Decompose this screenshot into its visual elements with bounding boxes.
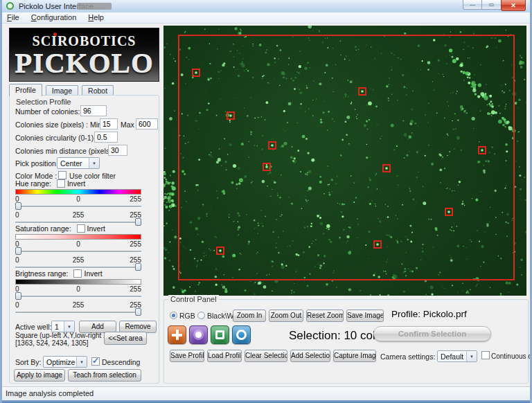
chevron-down-icon: ▼ — [89, 158, 99, 168]
hue-min-slider-thumb[interactable] — [15, 202, 21, 210]
min-distance-label: Colonies min distance (pixels) : — [15, 147, 116, 155]
pick-position-label: Pick position: — [15, 159, 58, 168]
maximize-button[interactable]: ▭ — [482, 0, 501, 10]
colony-marker[interactable] — [192, 69, 200, 77]
load-profile-button[interactable]: Load Profile — [207, 350, 242, 362]
colony-marker[interactable] — [445, 208, 453, 216]
descending-checkbox[interactable] — [91, 357, 100, 366]
menu-help[interactable]: Help — [83, 12, 109, 21]
brightness-min-slider[interactable] — [15, 292, 141, 301]
control-panel-title: Control Panel — [168, 295, 219, 303]
circularity-input[interactable]: 0.5 — [94, 132, 118, 143]
camera-settings-value: Default — [438, 352, 466, 361]
hue-min-slider[interactable] — [15, 202, 141, 211]
brightness-max-slider[interactable] — [15, 308, 141, 316]
colonies-size-max-input[interactable]: 600 — [136, 118, 158, 129]
tab-profile[interactable]: Profile — [9, 84, 42, 96]
tool-add-button[interactable] — [168, 325, 186, 344]
close-button[interactable]: ✕ — [501, 0, 526, 11]
circularity-label: Colonies circularity (0-1) : — [15, 134, 98, 142]
save-profile-button[interactable]: Save Profile — [170, 350, 204, 362]
saturation-max-value: 255 — [36, 256, 121, 263]
sort-by-select[interactable]: Optimize ▼ — [43, 356, 87, 368]
scirobotics-logo: SCIROBOTICS PICKOLO — [9, 28, 159, 82]
app-icon — [6, 2, 14, 10]
confirm-selection-button[interactable]: Confirm Selection — [373, 326, 491, 341]
minimize-button[interactable]: — — [463, 0, 482, 10]
status-bar: Image analysis completed — [2, 386, 530, 401]
saturation-min-low: 0 — [15, 240, 36, 247]
apply-to-image-button[interactable]: Apply to image — [14, 369, 65, 382]
clear-selection-button[interactable]: Clear Selection — [245, 350, 287, 362]
hue-range-label: Hue range: — [15, 179, 51, 188]
hue-invert-checkbox[interactable] — [57, 179, 65, 188]
chevron-down-icon: ▼ — [64, 321, 74, 332]
colony-marker[interactable] — [227, 111, 235, 120]
brightness-invert-checkbox[interactable] — [73, 269, 82, 278]
colony-marker[interactable] — [382, 164, 391, 172]
hue-max-high: 255 — [121, 211, 141, 218]
black-white-radio[interactable] — [197, 312, 205, 319]
rgb-radio[interactable] — [170, 312, 177, 319]
colony-marker[interactable] — [358, 87, 366, 96]
colony-marker[interactable] — [216, 247, 224, 255]
chevron-down-icon: ▼ — [76, 357, 87, 367]
colony-marker[interactable] — [268, 141, 276, 150]
continuous-capture-checkbox[interactable] — [481, 351, 490, 359]
pick-position-select[interactable]: Center ▼ — [57, 157, 100, 169]
reset-zoom-button[interactable]: Reset Zoom — [306, 310, 344, 322]
brightness-range-label: Brigtness range: — [15, 269, 68, 278]
tool-point-button[interactable] — [189, 325, 208, 344]
colony-marker[interactable] — [478, 146, 486, 154]
point-icon — [195, 332, 202, 338]
window-bottom-edge — [2, 400, 530, 403]
zoom-in-button[interactable]: Zoom In — [233, 310, 266, 322]
selection-area-rect[interactable] — [178, 35, 515, 280]
set-area-button[interactable]: <<Set area — [104, 332, 147, 345]
brightness-min-slider-thumb[interactable] — [15, 292, 21, 300]
saturation-invert-checkbox[interactable] — [77, 224, 85, 233]
colony-image-view[interactable] — [163, 26, 526, 296]
teach-from-selection-button[interactable]: Teach from selection — [68, 369, 141, 382]
descending-label: Descending — [102, 358, 140, 366]
rgb-label: RGB — [179, 312, 195, 320]
colony-marker[interactable] — [373, 240, 382, 249]
status-message: Image analysis completed — [6, 389, 94, 397]
plus-icon — [172, 330, 182, 340]
brightness-min-high: 255 — [121, 285, 141, 292]
use-color-filter-checkbox[interactable] — [58, 171, 66, 179]
hue-range-section: Hue range:Invert 00255 0255255 — [15, 179, 141, 226]
brightness-min-low: 0 — [15, 285, 36, 292]
pick-position-value: Center — [57, 159, 89, 168]
active-well-select[interactable]: 1 ▼ — [51, 321, 75, 332]
zoom-out-button[interactable]: Zoom Out — [269, 310, 303, 322]
menu-configuration[interactable]: Configuration — [26, 12, 81, 21]
min-distance-input[interactable]: 30 — [108, 145, 127, 156]
save-image-button[interactable]: Save Image — [346, 310, 384, 322]
number-of-colonies-input[interactable]: 96 — [80, 105, 107, 116]
saturation-min-slider[interactable] — [15, 247, 141, 256]
window-controls: — ▭ ✕ — [463, 0, 526, 11]
menu-file[interactable]: File — [2, 12, 24, 21]
saturation-min-high: 255 — [121, 240, 141, 247]
saturation-min-slider-thumb[interactable] — [15, 247, 21, 255]
colony-marker[interactable] — [263, 163, 271, 171]
tool-square-button[interactable] — [211, 325, 229, 344]
brightness-invert-label: Invert — [84, 269, 102, 278]
tool-circle-button[interactable] — [232, 325, 251, 344]
square-coords-value: [1363, 524, 2434, 1305] — [15, 339, 89, 347]
saturation-gradient-bar — [15, 234, 141, 240]
circle-icon — [236, 330, 247, 340]
titlebar-redacted-area — [77, 3, 112, 10]
brightness-max-slider-thumb[interactable] — [135, 308, 141, 316]
brightness-max-value: 255 — [36, 301, 121, 308]
capture-image-button[interactable]: Capture Image — [333, 350, 376, 362]
brightness-min-value: 0 — [36, 285, 121, 292]
brightness-range-section: Brigtness range:Invert 00255 0255255 — [15, 269, 141, 316]
camera-settings-select[interactable]: Default ▼ — [437, 350, 477, 362]
add-selection-button[interactable]: Add Selection — [290, 350, 330, 362]
brightness-gradient-bar — [15, 279, 141, 285]
brightness-max-low: 0 — [15, 301, 36, 308]
title-bar: Pickolo User Interface — ▭ ✕ — [2, 0, 530, 13]
colonies-size-min-input[interactable]: 15 — [100, 118, 118, 129]
